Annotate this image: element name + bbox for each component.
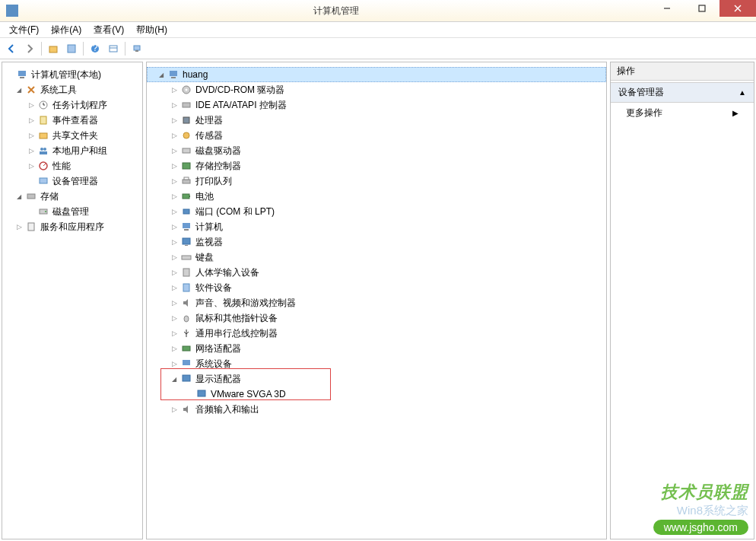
expander-icon[interactable] [170,237,179,247]
tree-storage[interactable]: 存储 [2,189,142,204]
svg-rect-45 [183,269,189,276]
expander-icon[interactable] [170,177,179,186]
tree-performance[interactable]: 性能 [2,158,142,173]
expander-icon[interactable] [170,374,179,383]
tree-label: 存储控制器 [195,160,241,173]
expander-icon[interactable] [170,100,179,110]
tree-label: 电池 [195,190,214,203]
expander-icon[interactable] [170,85,179,94]
actions-section[interactable]: 设备管理器 ▲ [611,82,754,103]
back-button[interactable] [3,40,20,57]
device-display-adapter[interactable]: 显示适配器 [147,371,606,387]
toolbar: ? [0,38,756,59]
svg-rect-48 [183,346,190,351]
device-keyboard[interactable]: 键盘 [147,250,606,265]
tree-system-tools[interactable]: 系统工具 [2,82,142,97]
menu-action[interactable]: 操作(A) [45,22,87,38]
device-sensor[interactable]: 传感器 [147,128,606,143]
expander-icon[interactable] [170,116,179,125]
battery-icon [180,190,192,202]
expander-icon[interactable] [170,313,179,323]
cpu-icon [180,114,192,126]
tree-services-apps[interactable]: 服务和应用程序 [2,219,142,234]
expander-icon[interactable] [27,131,36,140]
device-tree-panel: huang DVD/CD-ROM 驱动器 IDE ATA/ATAPI 控制器 处… [146,62,607,539]
tree-task-scheduler[interactable]: 任务计划程序 [2,97,142,113]
expander-icon[interactable] [170,405,179,414]
tree-root[interactable]: 计算机管理(本地) [2,67,142,82]
maximize-button[interactable] [685,0,719,17]
device-audio-io[interactable]: 音频输入和输出 [147,402,606,417]
menu-file[interactable]: 文件(F) [3,22,45,38]
expander-icon[interactable] [170,253,179,262]
up-button[interactable] [45,40,62,57]
collapse-icon[interactable]: ▲ [739,88,746,97]
device-network[interactable]: 网络适配器 [147,341,606,356]
help-button[interactable]: ? [87,40,103,57]
storage-ctrl-icon [180,160,192,172]
action-more[interactable]: 更多操作 ▶ [611,103,754,123]
device-battery[interactable]: 电池 [147,189,606,204]
tree-label: huang [183,69,208,80]
main-content: 计算机管理(本地) 系统工具 任务计划程序 事件查看器 共享文件夹 [0,59,756,541]
svg-rect-5 [68,45,75,53]
expander-icon[interactable] [27,116,36,125]
forward-button[interactable] [21,40,38,57]
close-button[interactable] [719,0,756,17]
tree-label: 监视器 [195,236,223,249]
expander-icon[interactable] [27,100,36,110]
expander-icon[interactable] [27,146,36,155]
expander-icon[interactable] [170,359,179,368]
tree-label: 磁盘管理 [52,205,89,218]
device-ports[interactable]: 端口 (COM 和 LPT) [147,204,606,219]
device-mouse[interactable]: 鼠标和其他指针设备 [147,310,606,326]
device-software[interactable]: 软件设备 [147,280,606,295]
expander-icon[interactable] [14,192,24,201]
tree-event-viewer[interactable]: 事件查看器 [2,113,142,128]
expander-icon[interactable] [170,222,179,231]
expander-icon[interactable] [27,161,36,170]
expander-icon[interactable] [170,268,179,277]
expander-icon[interactable] [170,329,179,338]
device-usb[interactable]: 通用串行总线控制器 [147,326,606,341]
scan-button[interactable] [129,40,145,57]
device-disk-drives[interactable]: 磁盘驱动器 [147,143,606,158]
device-host[interactable]: huang [147,67,606,82]
device-monitor[interactable]: 监视器 [147,234,606,250]
expander-icon[interactable] [157,70,166,79]
device-storage-ctrl[interactable]: 存储控制器 [147,158,606,173]
device-hid[interactable]: 人体学输入设备 [147,265,606,280]
tree-local-users[interactable]: 本地用户和组 [2,143,142,158]
tree-device-manager[interactable]: 设备管理器 [2,173,142,189]
device-vmware-svga[interactable]: VMware SVGA 3D [147,387,606,402]
svg-rect-19 [40,151,47,154]
menu-view[interactable]: 查看(V) [87,22,130,38]
device-dvd[interactable]: DVD/CD-ROM 驱动器 [147,82,606,97]
expander-icon[interactable] [170,283,179,292]
properties-button[interactable] [63,40,80,57]
device-print-queue[interactable]: 打印队列 [147,173,606,189]
expander-icon[interactable] [170,161,179,170]
expander-icon[interactable] [170,192,179,201]
tree-label: 计算机管理(本地) [31,68,101,81]
watermark-subtitle: Win8系统之家 [653,504,748,518]
tree-disk-mgmt[interactable]: 磁盘管理 [2,204,142,219]
actions-header: 操作 [611,62,754,81]
device-cpu[interactable]: 处理器 [147,113,606,128]
expander-icon[interactable] [170,207,179,216]
expander-icon[interactable] [14,85,24,94]
menu-help[interactable]: 帮助(H) [130,22,173,38]
device-system[interactable]: 系统设备 [147,356,606,371]
device-sound[interactable]: 声音、视频和游戏控制器 [147,295,606,310]
expander-icon[interactable] [170,344,179,353]
tree-label: 磁盘驱动器 [195,145,241,158]
tree-shared-folders[interactable]: 共享文件夹 [2,128,142,143]
expander-icon[interactable] [170,146,179,155]
expander-icon[interactable] [170,298,179,307]
view-button[interactable] [105,40,122,57]
device-ide[interactable]: IDE ATA/ATAPI 控制器 [147,97,606,113]
device-computer[interactable]: 计算机 [147,219,606,234]
expander-icon[interactable] [170,131,179,140]
minimize-button[interactable] [650,0,685,17]
expander-icon[interactable] [14,222,24,231]
